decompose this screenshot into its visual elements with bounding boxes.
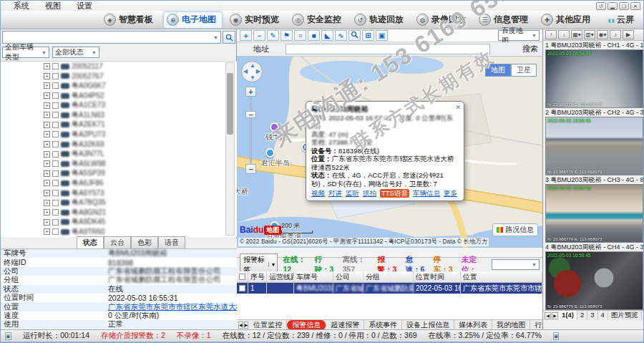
list-layout-icon[interactable]: ▥▾ xyxy=(584,30,595,39)
map-zoom-out-button[interactable]: – xyxy=(245,164,256,174)
camera-tab-3[interactable]: 3 xyxy=(587,311,597,320)
tree-expand-icon[interactable]: + xyxy=(44,73,50,79)
camera-thumbnail[interactable]: 2022-05-03 16:58:45N: 23.986779 E: 113.6… xyxy=(545,117,643,175)
toolbar-item-安全监控[interactable]: ◎安全监控 xyxy=(289,11,347,29)
alarm-filter-select[interactable]: ▼ xyxy=(492,259,540,270)
map-pan-control[interactable]: ▲ ▼ ◀ ▶ xyxy=(241,61,263,82)
tree-checkbox[interactable] xyxy=(52,180,59,186)
tree-expand-icon[interactable]: + xyxy=(44,122,50,128)
map-tool-fullscreen-icon[interactable]: ⊞ xyxy=(362,30,374,41)
tab-报警信息[interactable]: 报警信息 xyxy=(287,320,326,330)
tree-checkbox[interactable] xyxy=(52,102,59,109)
map-tool-save-icon[interactable]: ▣ xyxy=(376,30,388,41)
tree-expand-icon[interactable]: + xyxy=(44,228,50,235)
tree-checkbox[interactable] xyxy=(52,112,59,118)
tree-checkbox[interactable] xyxy=(52,228,59,235)
traffic-info-button[interactable]: 路况信息 xyxy=(492,223,538,236)
tree-expand-icon[interactable]: + xyxy=(44,151,50,158)
tree-vehicle-row[interactable]: +粤A6JF86 xyxy=(1,178,237,188)
map-type-地图[interactable]: 地图 xyxy=(485,64,511,77)
tab-媒体列表[interactable]: 媒体列表 xyxy=(454,320,492,330)
vehicle-tree-scrollbar[interactable] xyxy=(225,62,235,236)
tab-系统事件[interactable]: 系统事件 xyxy=(364,320,402,330)
tree-expand-icon[interactable]: + xyxy=(44,180,50,186)
camera-thumbnail[interactable]: 2022-05-03 16:58:44N: 23.986779 E: 113.6… xyxy=(545,49,643,108)
address-search-button[interactable]: 搜索 xyxy=(522,44,538,54)
page-up-icon[interactable]: ↑ xyxy=(545,30,557,39)
tree-checkbox[interactable] xyxy=(52,160,59,167)
tree-vehicle-row[interactable]: +粤A8GN21 xyxy=(1,208,237,218)
map-tool-zoom-in-icon[interactable]: ＋ xyxy=(240,30,252,41)
poi-pin-icon[interactable] xyxy=(270,122,279,132)
popup-link-抓拍[interactable]: 抓拍 xyxy=(363,189,376,198)
tree-expand-icon[interactable]: + xyxy=(44,219,50,226)
tree-checkbox[interactable] xyxy=(52,219,59,226)
tree-expand-icon[interactable]: + xyxy=(44,141,50,148)
tree-checkbox[interactable] xyxy=(52,141,59,148)
tree-checkbox[interactable] xyxy=(52,92,59,99)
tree-checkbox[interactable] xyxy=(52,200,59,206)
tree-checkbox[interactable] xyxy=(52,170,59,177)
tab-位置监控[interactable]: 位置监控 xyxy=(249,320,287,330)
menu-item-视图[interactable]: 视图 xyxy=(38,1,68,11)
close-button[interactable]: ✕ xyxy=(630,2,640,10)
map-tool-magnifier-icon[interactable] xyxy=(348,30,361,41)
camera-thumbnail[interactable]: 2022-05-03 16:58:45N: 23.986779 E: 113.6… xyxy=(545,184,643,243)
audio-icon[interactable]: ♪ xyxy=(610,30,621,39)
tab-scroll-left-icon[interactable]: ◀ xyxy=(238,322,243,329)
tab-scroll-right-icon[interactable]: ▶ xyxy=(244,322,249,329)
tree-vehicle-row[interactable]: +粤A6Y573 xyxy=(1,188,237,198)
camera-tab-图片预览[interactable]: 图片预览 xyxy=(608,311,642,320)
map-zoom-slider[interactable] xyxy=(250,97,252,163)
map-tool-measure-icon[interactable]: ✎ xyxy=(267,30,279,41)
tree-expand-icon[interactable]: + xyxy=(44,209,50,216)
camera-cell[interactable]: 4 粤BMU203周晓裕 - CH4 - 4G - 3 KB/S / 12022… xyxy=(543,243,644,310)
map-zoom-in-button[interactable]: + xyxy=(245,87,256,97)
tree-checkbox[interactable] xyxy=(52,131,59,137)
camera-cell[interactable]: 2 粤BMU203周晓裕 - CH2 - 4G - 3 KB/S / 82022… xyxy=(543,108,644,175)
tree-expand-icon[interactable]: + xyxy=(44,102,50,109)
map-tool-polyline-icon[interactable]: ∿ xyxy=(335,30,347,41)
camera-cell[interactable]: 3 粤BMU203周晓裕 - CH3 - 4G - 8 KB/S / 12022… xyxy=(543,175,644,243)
tree-vehicle-row[interactable]: +粤A1CE73 xyxy=(1,100,237,110)
tree-expand-icon[interactable]: + xyxy=(44,170,50,177)
tree-checkbox[interactable] xyxy=(52,73,59,79)
map-type-卫星[interactable]: 卫星 xyxy=(511,64,537,77)
poi-pin-icon[interactable] xyxy=(265,148,275,158)
snapshot-icon[interactable]: ◉▾ xyxy=(597,30,608,39)
toolbar-item-其他应用[interactable]: ✚其他应用 xyxy=(538,11,596,29)
chevron-down-icon[interactable]: ▼ xyxy=(211,35,220,40)
tree-checkbox[interactable] xyxy=(52,209,59,216)
camera-tab-4[interactable]: 4 xyxy=(598,311,608,320)
header-checkbox[interactable] xyxy=(239,274,245,280)
popup-link-监听[interactable]: 监听 xyxy=(346,189,359,198)
tab-超速报警[interactable]: 超速报警 xyxy=(326,320,364,330)
tab-我的地图[interactable]: 我的地图 xyxy=(492,320,530,330)
tree-checkbox[interactable] xyxy=(52,190,59,196)
tree-vehicle-row[interactable]: +粤A7BQ35 xyxy=(1,198,237,208)
camera-tab-2[interactable]: 2 xyxy=(577,311,587,320)
tree-expand-icon[interactable]: + xyxy=(44,82,50,89)
tree-expand-icon[interactable]: + xyxy=(44,92,50,99)
tab-scroll-right-icon[interactable]: ▶ xyxy=(552,312,558,319)
restore-button[interactable]: ❏ xyxy=(619,2,629,10)
tree-vehicle-row[interactable]: +粤A3N77L xyxy=(1,149,237,159)
tree-vehicle-row[interactable]: +20052767 xyxy=(1,72,237,82)
map-zoom-handle[interactable]: – xyxy=(245,111,256,118)
menu-item-系统[interactable]: 系统 xyxy=(6,1,36,11)
tree-vehicle-row[interactable]: +粤A2PU73 xyxy=(1,130,237,140)
camera-cell[interactable]: 1 粤BMU203周晓裕 - CH1 - 4G - 11 KB/S /2022-… xyxy=(543,41,644,108)
tree-vehicle-row[interactable]: +粤A1LN63 xyxy=(1,110,237,120)
toolbar-item-智慧看板[interactable]: ◈智慧看板 xyxy=(101,11,159,29)
table-row[interactable]: 1粤BMU203周晓裕广东省城鹏防腐工程广东省城鹏防腐2022-05-03 16… xyxy=(237,283,542,294)
detail-tab-色彩[interactable]: 色彩 xyxy=(131,236,158,248)
detail-tab-云台[interactable]: 云台 xyxy=(104,236,131,248)
popup-link-视频[interactable]: 视频 xyxy=(311,189,325,198)
address-input[interactable] xyxy=(286,44,490,54)
map-canvas[interactable]: ▲ ▼ ◀ ▶ + – – 地图卫星 钱大妈君汇半岛P泊海愉景湾东江大桥 ➤ 粤… xyxy=(237,57,542,248)
tree-checkbox[interactable] xyxy=(52,63,59,69)
tree-expand-icon[interactable]: + xyxy=(44,200,50,206)
tree-expand-icon[interactable]: + xyxy=(44,112,50,118)
toolbar-item-电子地图[interactable]: ⊕电子地图 xyxy=(163,11,223,29)
vehicle-type-filter[interactable]: 全部车辆类型▼ xyxy=(2,47,49,58)
